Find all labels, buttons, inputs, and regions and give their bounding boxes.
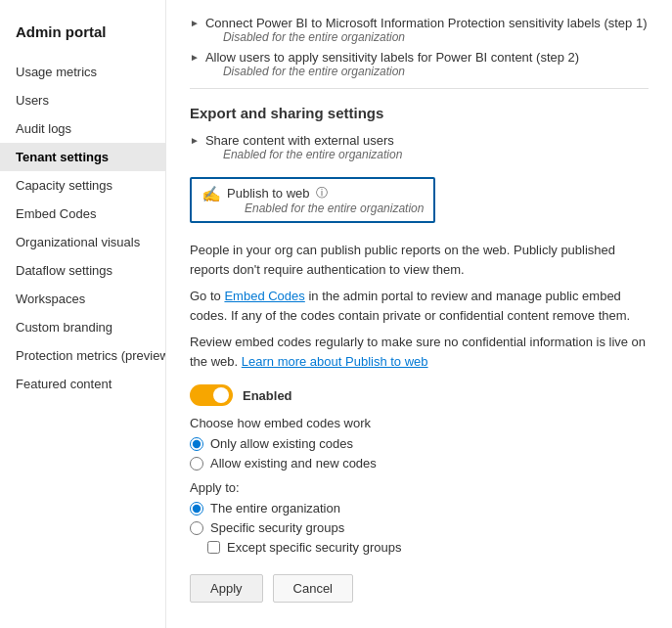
- button-row: Apply Cancel: [190, 574, 649, 603]
- radio-only-existing: Only allow existing codes: [190, 436, 649, 451]
- sidebar-item-workspaces[interactable]: Workspaces: [0, 285, 165, 313]
- share-content-title: Share content with external users: [205, 133, 402, 148]
- learn-more-link[interactable]: Learn more about Publish to web: [242, 354, 428, 369]
- publish-title: Publish to web ⓘ: [227, 185, 424, 202]
- sidebar-item-featured-content[interactable]: Featured content: [0, 370, 165, 398]
- sidebar-item-organizational-visuals[interactable]: Organizational visuals: [0, 228, 165, 256]
- desc-para-2: Go to Embed Codes in the admin portal to…: [190, 287, 649, 325]
- triangle-icon-1[interactable]: ►: [190, 18, 200, 28]
- triangle-icon-3[interactable]: ►: [190, 135, 200, 146]
- radio-specific-groups-input[interactable]: [190, 521, 203, 535]
- sidebar-item-dataflow-settings[interactable]: Dataflow settings: [0, 256, 165, 285]
- sidebar-item-audit-logs[interactable]: Audit logs: [0, 114, 165, 143]
- radio-only-existing-label[interactable]: Only allow existing codes: [210, 436, 353, 451]
- share-content-subtitle: Enabled for the entire organization: [223, 148, 402, 161]
- sidebar-item-embed-codes[interactable]: Embed Codes: [0, 200, 165, 228]
- radio-only-existing-input[interactable]: [190, 437, 203, 451]
- sensitivity-item-1: ► Connect Power BI to Microsoft Informat…: [190, 16, 649, 44]
- radio-entire-org-label[interactable]: The entire organization: [210, 501, 340, 516]
- except-checkbox-row: Except specific security groups: [207, 540, 649, 555]
- radio-allow-new: Allow existing and new codes: [190, 456, 649, 471]
- sidebar-item-capacity-settings[interactable]: Capacity settings: [0, 171, 165, 200]
- sidebar-item-custom-branding[interactable]: Custom branding: [0, 313, 165, 341]
- publish-subtitle: Enabled for the entire organization: [245, 202, 424, 215]
- radio-specific-groups: Specific security groups: [190, 520, 649, 535]
- except-groups-label[interactable]: Except specific security groups: [227, 540, 401, 555]
- enabled-toggle[interactable]: [190, 384, 233, 406]
- sidebar-item-protection-metrics[interactable]: Protection metrics (preview): [0, 341, 165, 370]
- sidebar-item-usage-metrics[interactable]: Usage metrics: [0, 58, 165, 86]
- radio-entire-org-input[interactable]: [190, 502, 203, 516]
- embed-codes-link[interactable]: Embed Codes: [224, 289, 304, 303]
- app-title: Admin portal: [0, 10, 165, 58]
- apply-button[interactable]: Apply: [190, 574, 263, 603]
- triangle-icon-2[interactable]: ►: [190, 52, 200, 63]
- sensitivity-item-2: ► Allow users to apply sensitivity label…: [190, 50, 649, 78]
- main-content: ► Connect Power BI to Microsoft Informat…: [166, 0, 672, 628]
- desc-para-1: People in your org can publish public re…: [190, 241, 649, 279]
- apply-to-label: Apply to:: [190, 480, 649, 495]
- toggle-row: Enabled: [190, 384, 649, 406]
- sidebar-item-tenant-settings[interactable]: Tenant settings: [0, 143, 165, 171]
- share-content-item: ► Share content with external users Enab…: [190, 133, 649, 161]
- divider-1: [190, 88, 649, 89]
- sidebar: Admin portal Usage metrics Users Audit l…: [0, 0, 166, 628]
- radio-entire-org: The entire organization: [190, 501, 649, 516]
- radio-specific-groups-label[interactable]: Specific security groups: [210, 520, 344, 535]
- embed-codes-group-label: Choose how embed codes work: [190, 416, 649, 430]
- export-section-heading: Export and sharing settings: [190, 105, 649, 121]
- toggle-slider: [190, 384, 233, 406]
- sidebar-item-users[interactable]: Users: [0, 86, 165, 114]
- sensitivity-subtitle-2: Disabled for the entire organization: [223, 65, 579, 78]
- desc-para-3: Review embed codes regularly to make sur…: [190, 333, 649, 371]
- sensitivity-title-2: Allow users to apply sensitivity labels …: [205, 50, 579, 65]
- publish-to-web-box[interactable]: ✍ Publish to web ⓘ Enabled for the entir…: [190, 177, 435, 223]
- toggle-label: Enabled: [243, 388, 292, 403]
- cancel-button[interactable]: Cancel: [273, 574, 353, 603]
- radio-allow-new-label[interactable]: Allow existing and new codes: [210, 456, 377, 471]
- radio-allow-new-input[interactable]: [190, 457, 203, 471]
- sensitivity-title-1: Connect Power BI to Microsoft Informatio…: [205, 16, 648, 30]
- sensitivity-subtitle-1: Disabled for the entire organization: [223, 30, 648, 44]
- info-icon: ⓘ: [316, 185, 328, 202]
- except-groups-checkbox[interactable]: [207, 541, 220, 554]
- cursor-icon: ✍: [202, 185, 221, 203]
